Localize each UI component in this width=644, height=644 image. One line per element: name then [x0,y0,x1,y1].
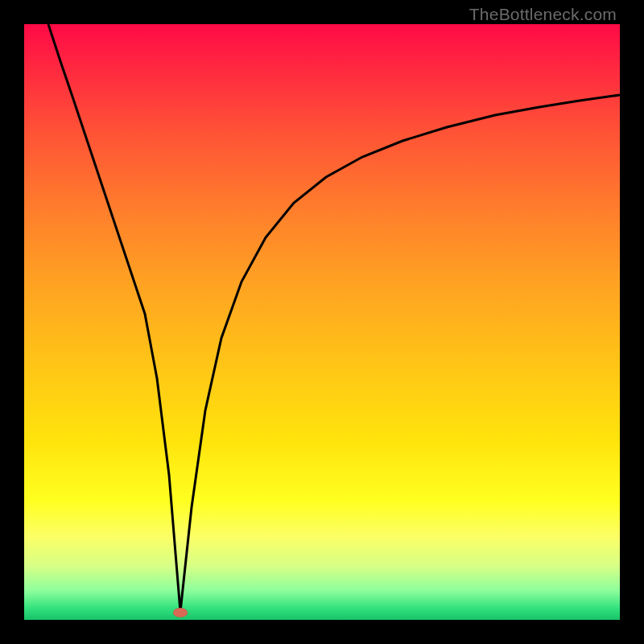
minimum-marker [173,608,188,617]
bottleneck-curve [24,24,620,620]
curve-path [48,24,620,612]
watermark-text: TheBottleneck.com [469,5,617,24]
plot-area [24,24,620,620]
